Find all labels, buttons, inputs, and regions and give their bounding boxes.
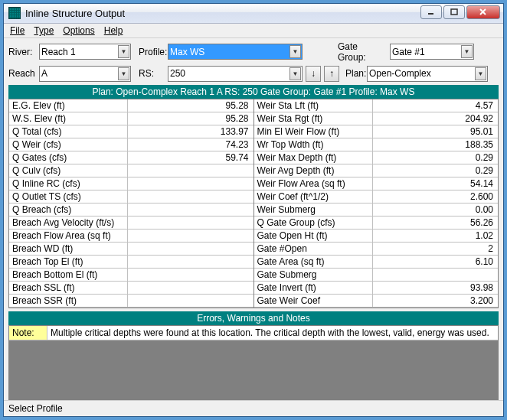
row-value: 2.600 <box>373 190 499 203</box>
row-label: Q Gate Group (cfs) <box>254 217 373 229</box>
row-value: 2 <box>373 243 499 255</box>
table-row: Weir Flow Area (sq ft)54.14 <box>254 177 499 190</box>
table-row: Breach SSL (ft) <box>9 282 254 295</box>
river-label: River: <box>8 47 36 57</box>
table-row: Weir Submerg0.00 <box>254 203 499 217</box>
menu-type[interactable]: Type <box>34 25 54 36</box>
table-row: W.S. Elev (ft)95.28 <box>9 112 254 125</box>
table-row: Min El Weir Flow (ft)95.01 <box>254 125 499 138</box>
row-value <box>128 269 254 281</box>
row-value: 4.57 <box>373 99 499 112</box>
row-label: Weir Sta Rgt (ft) <box>254 112 373 125</box>
table-row: Gate Area (sq ft)6.10 <box>254 256 499 269</box>
close-button[interactable] <box>466 5 500 19</box>
reach-label: Reach <box>8 68 36 79</box>
table-row: Breach Top El (ft) <box>9 256 254 269</box>
row-value <box>128 190 254 203</box>
row-label: Weir Coef (ft^1/2) <box>254 190 373 203</box>
row-label: Wr Top Wdth (ft) <box>254 138 373 151</box>
row-value: 95.28 <box>128 99 254 112</box>
table-row: Weir Sta Rgt (ft)204.92 <box>254 112 499 125</box>
row-value: 74.23 <box>128 138 254 151</box>
row-label: Breach Avg Velocity (ft/s) <box>9 217 128 229</box>
row-label: Weir Max Depth (ft) <box>254 151 373 164</box>
row-value: 56.26 <box>373 217 499 229</box>
row-value: 3.200 <box>373 295 499 307</box>
up-arrow-button[interactable]: ↑ <box>324 66 339 82</box>
statusbar: Select Profile <box>4 400 503 416</box>
menu-file[interactable]: File <box>10 25 25 36</box>
note-key: Note: <box>9 326 47 340</box>
row-value <box>128 243 254 255</box>
table-row: Q Gates (cfs)59.74 <box>9 151 254 164</box>
table-row: Weir Max Depth (ft)0.29 <box>254 151 499 164</box>
row-value <box>128 177 254 190</box>
table-row: Breach SSR (ft) <box>9 295 254 308</box>
row-label: W.S. Elev (ft) <box>9 112 128 125</box>
row-label: Weir Sta Lft (ft) <box>254 99 373 112</box>
row-value <box>128 164 254 177</box>
row-value <box>128 256 254 268</box>
chevron-down-icon: ▼ <box>118 45 129 58</box>
row-value <box>128 282 254 294</box>
row-label: Gate Open Ht (ft) <box>254 230 373 242</box>
row-value: 6.10 <box>373 256 499 268</box>
row-label: Weir Submerg <box>254 203 373 216</box>
table-row: Breach Avg Velocity (ft/s) <box>9 217 254 230</box>
table-row: Q Weir (cfs)74.23 <box>9 138 254 151</box>
table-row: Gate Invert (ft)93.98 <box>254 282 499 295</box>
table-row: Gate #Open2 <box>254 243 499 256</box>
row-label: Gate #Open <box>254 243 373 255</box>
table-row: Wr Top Wdth (ft)188.35 <box>254 138 499 151</box>
row-label: Min El Weir Flow (ft) <box>254 125 373 138</box>
row-label: Breach Bottom El (ft) <box>9 269 128 281</box>
rs-label: RS: <box>134 68 165 79</box>
rs-combo[interactable]: 250▼ <box>168 66 303 82</box>
row-value: 95.01 <box>373 125 499 138</box>
row-label: Q Inline RC (cfs) <box>9 177 128 190</box>
titlebar: Inline Structure Output <box>4 4 503 24</box>
down-arrow-button[interactable]: ↓ <box>306 66 321 82</box>
table-row: Gate Weir Coef3.200 <box>254 295 499 308</box>
row-label: Q Culv (cfs) <box>9 164 128 177</box>
gategroup-label: Gate Group: <box>333 41 387 63</box>
context-banner: Plan: Open-Complex Reach 1 A RS: 250 Gat… <box>8 85 499 99</box>
row-label: Breach SSR (ft) <box>9 295 128 307</box>
row-label: Q Weir (cfs) <box>9 138 128 151</box>
row-value: 59.74 <box>128 151 254 164</box>
maximize-button[interactable] <box>443 5 465 19</box>
row-value: 204.92 <box>373 112 499 125</box>
gategroup-combo[interactable]: Gate #1▼ <box>390 44 474 60</box>
row-value: 95.28 <box>128 112 254 125</box>
plan-label: Plan: <box>342 68 364 79</box>
table-row: Weir Sta Lft (ft)4.57 <box>254 99 499 112</box>
menu-options[interactable]: Options <box>63 25 94 36</box>
menubar: File Type Options Help <box>4 24 503 38</box>
row-label: Breach WD (ft) <box>9 243 128 255</box>
row-label: Gate Area (sq ft) <box>254 256 373 268</box>
row-value: 93.98 <box>373 282 499 294</box>
row-label: Breach Flow Area (sq ft) <box>9 230 128 242</box>
notes-box: Note: Multiple critical depths were foun… <box>8 325 499 400</box>
reach-combo[interactable]: A▼ <box>39 66 131 82</box>
note-text: Multiple critical depths were found at t… <box>47 326 498 340</box>
row-value <box>128 203 254 216</box>
row-label: Breach Top El (ft) <box>9 256 128 268</box>
row-label: Breach SSL (ft) <box>9 282 128 294</box>
table-row: Gate Open Ht (ft)1.02 <box>254 230 499 243</box>
app-icon <box>8 7 21 19</box>
plan-combo[interactable]: Open-Complex▼ <box>367 66 488 82</box>
row-label: Q Gates (cfs) <box>9 151 128 164</box>
row-label: Q Total (cfs) <box>9 125 128 138</box>
note-row: Note: Multiple critical depths were foun… <box>9 326 498 340</box>
row-label: Q Outlet TS (cfs) <box>9 190 128 203</box>
table-row: Breach Bottom El (ft) <box>9 269 254 282</box>
row-value: 1.02 <box>373 230 499 242</box>
river-combo[interactable]: Reach 1▼ <box>39 44 131 60</box>
window-title: Inline Structure Output <box>25 8 419 19</box>
table-row: Q Gate Group (cfs)56.26 <box>254 217 499 230</box>
menu-help[interactable]: Help <box>104 25 123 36</box>
data-table: E.G. Elev (ft)95.28W.S. Elev (ft)95.28Q … <box>8 99 499 308</box>
profile-combo[interactable]: Max WS▼ <box>168 44 303 60</box>
minimize-button[interactable] <box>420 5 442 19</box>
